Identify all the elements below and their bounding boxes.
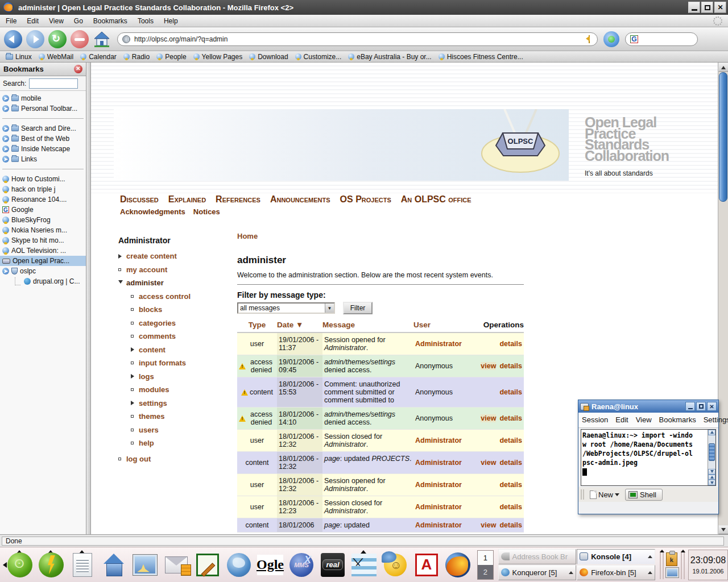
menu-view[interactable]: View [49, 17, 64, 25]
taskbar-window-firefox-bin-5-[interactable]: Firefox-bin [5] [577, 565, 655, 580]
nav-link-os-projects[interactable]: OS Projects [340, 194, 391, 205]
admin-menu-item-modules[interactable]: modules [131, 385, 226, 394]
kmail-launcher-icon[interactable] [163, 551, 190, 579]
sidebar-bookmark-item[interactable]: ➤Links [0, 154, 86, 164]
admin-menu-item-log-out[interactable]: log out [118, 455, 226, 463]
view-link[interactable]: view [481, 362, 496, 370]
sidebar-bookmark-item[interactable]: ➤oslpc [0, 266, 86, 276]
stop-button[interactable] [71, 30, 89, 48]
acrobat-reader-launcher-icon[interactable]: A [413, 551, 440, 579]
korganizer-launcher-icon[interactable] [194, 551, 221, 579]
terminal-output[interactable]: Raena@linux:~> import -window root /home… [581, 430, 708, 485]
bookmark-toolbar-item[interactable]: Download [247, 53, 290, 61]
konsole-titlebar[interactable]: Raena@linux ✕ [578, 400, 718, 413]
admin-menu-link[interactable]: settings [139, 399, 167, 408]
ogle-dvd-player-launcher-icon[interactable]: Ogle [257, 551, 284, 579]
view-link[interactable]: view [481, 521, 496, 529]
menu-tools[interactable]: Tools [138, 17, 154, 25]
konsole-menu-settings[interactable]: Settings [704, 415, 728, 424]
scrollbar-thumb[interactable] [719, 72, 727, 202]
details-link[interactable]: details [499, 388, 522, 396]
bookmark-toolbar-item[interactable]: Hiscoes Fitness Centre... [436, 53, 526, 61]
user-link[interactable]: Administrator [415, 503, 462, 511]
details-link[interactable]: details [499, 362, 522, 370]
admin-menu-item-access-control[interactable]: access control [131, 292, 226, 301]
close-button[interactable]: ✕ [714, 2, 726, 13]
nav-link-notices[interactable]: Notices [193, 207, 220, 216]
expander-icon[interactable]: ➤ [2, 125, 9, 132]
view-link[interactable]: view [481, 459, 496, 467]
column-header-message[interactable]: Message [322, 321, 413, 331]
suse-watcher-launcher-icon[interactable] [38, 551, 65, 579]
expander-icon[interactable]: ➤ [2, 135, 9, 142]
sidebar-bookmark-item[interactable]: Open Legal Prac... [0, 256, 86, 266]
instant-messenger-launcher-icon[interactable] [382, 551, 409, 579]
sidebar-bookmark-item[interactable]: Nokia Nseries m... [0, 225, 86, 235]
menu-edit[interactable]: Edit [27, 17, 39, 25]
details-link[interactable]: details [499, 436, 522, 444]
bookmark-toolbar-item[interactable]: Yellow Pages [191, 53, 245, 61]
konsole-menu-view[interactable]: View [636, 415, 652, 424]
konsole-menu-bookmarks[interactable]: Bookmarks [659, 415, 696, 424]
menu-file[interactable]: File [6, 17, 16, 25]
forward-button[interactable] [26, 30, 44, 48]
expander-icon[interactable]: ➤ [2, 105, 9, 112]
desktop-display-launcher-icon[interactable] [131, 551, 159, 579]
expander-icon[interactable]: ➤ [2, 146, 9, 152]
bookmark-toolbar-item[interactable]: Linux [3, 53, 34, 61]
klipper-icon[interactable]: k [666, 552, 677, 566]
admin-menu-link[interactable]: logs [139, 372, 154, 381]
sidebar-search-input[interactable] [29, 78, 78, 89]
nav-link-an-olpsc-office[interactable]: An OLPSC office [401, 194, 471, 205]
admin-menu-link[interactable]: create content [126, 252, 177, 260]
admin-menu-item-users[interactable]: users [131, 426, 226, 434]
admin-menu-item-my-account[interactable]: my account [118, 265, 226, 274]
sidebar-bookmark-item[interactable]: AOL Television: ... [0, 246, 86, 256]
sidebar-bookmark-item[interactable]: Skype to hit mo... [0, 235, 86, 246]
konsole-close-button[interactable]: ✕ [707, 402, 717, 411]
sidebar-bookmark-item[interactable]: drupal.org | C... [0, 276, 86, 286]
home-button[interactable] [93, 31, 110, 48]
menu-go[interactable]: Go [74, 17, 83, 25]
mms-player-launcher-icon[interactable]: MMS [288, 551, 315, 579]
nav-link-acknowledgments[interactable]: Acknowledgments [120, 207, 185, 216]
admin-menu-item-administer[interactable]: administer [118, 278, 226, 287]
details-link[interactable]: details [499, 503, 522, 511]
admin-menu-item-settings[interactable]: settings [131, 399, 226, 408]
bookmark-toolbar-item[interactable]: Customize... [293, 53, 344, 61]
user-link[interactable]: Administrator [415, 459, 462, 467]
admin-menu-link[interactable]: help [139, 439, 154, 447]
filter-button[interactable]: Filter [343, 302, 373, 314]
bookmark-toolbar-item[interactable]: eBay Australia - Buy or... [346, 53, 433, 61]
details-link[interactable]: details [499, 414, 522, 422]
admin-menu-item-blocks[interactable]: blocks [131, 305, 226, 314]
sidebar-bookmark-item[interactable]: ➤Best of the Web [0, 134, 86, 144]
admin-menu-link[interactable]: users [139, 426, 159, 434]
konsole-scroll-up-icon[interactable] [708, 430, 715, 435]
user-link[interactable]: Administrator [415, 521, 462, 529]
scroll-up-icon[interactable] [718, 63, 728, 72]
user-link[interactable]: Administrator [415, 340, 462, 348]
expander-icon[interactable]: ➤ [2, 268, 9, 275]
openoffice-launcher-icon[interactable] [350, 551, 378, 579]
menu-bookmarks[interactable]: Bookmarks [93, 17, 127, 25]
column-header-type[interactable]: Type [237, 321, 277, 331]
admin-menu-item-help[interactable]: help [131, 439, 226, 447]
konsole-scrollbar[interactable] [708, 430, 715, 485]
nav-link-discussed[interactable]: Discussed [120, 194, 159, 205]
message-type-select[interactable]: all messages ▼ [237, 302, 335, 314]
admin-menu-item-themes[interactable]: themes [131, 412, 226, 421]
nav-link-announcements[interactable]: Announcements [270, 194, 330, 205]
konsole-scroll-down2-icon[interactable] [708, 480, 715, 485]
admin-menu-link[interactable]: categories [139, 319, 176, 327]
admin-menu-link[interactable]: comments [139, 332, 176, 340]
taskbar-window-konqueror-5-[interactable]: Konqueror [5] [498, 565, 577, 580]
scroll-down-icon[interactable] [718, 525, 728, 534]
text-editor-launcher-icon[interactable] [69, 551, 96, 579]
bookmark-toolbar-item[interactable]: Calendar [78, 53, 119, 61]
sidebar-splitter[interactable] [86, 63, 91, 534]
konsole-scroll-thumb[interactable] [709, 443, 715, 461]
admin-menu-item-input-formats[interactable]: input formats [131, 359, 226, 367]
firefox-launcher-icon[interactable] [444, 551, 471, 579]
clock-grip[interactable] [681, 551, 685, 579]
